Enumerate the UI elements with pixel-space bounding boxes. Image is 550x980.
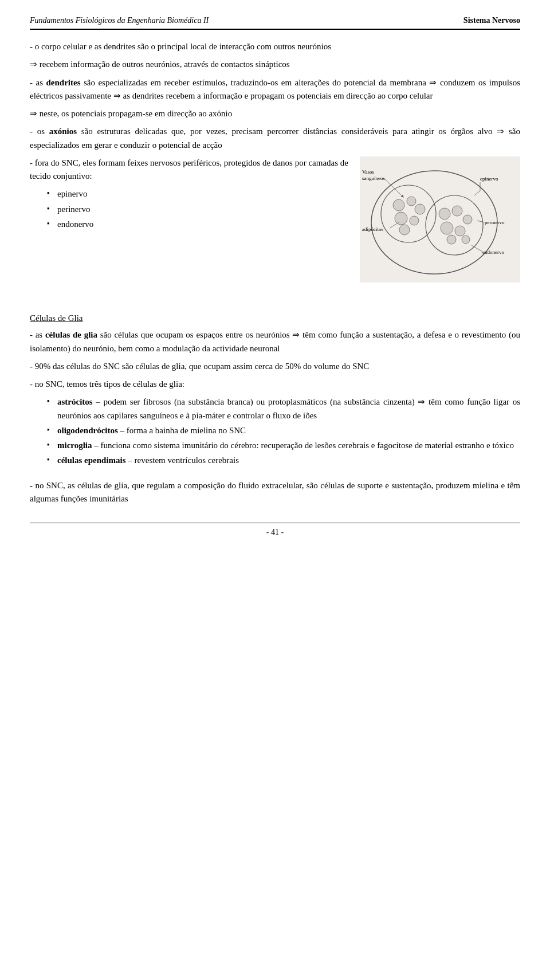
header-left: Fundamentos Fisiológicos da Engenharia B… [30, 16, 209, 25]
svg-point-11 [452, 206, 462, 216]
astrocitos-bold: astrócitos [57, 397, 93, 406]
microglia-bold: microglia [57, 441, 92, 450]
svg-text:perinervo: perinervo [485, 219, 505, 225]
celulas-para-2: - 90% das células do SNC são células de … [30, 360, 520, 373]
celulas-glia-title: Células de Glia [30, 312, 520, 325]
svg-point-16 [462, 236, 470, 244]
svg-text:adipócitos: adipócitos [362, 226, 383, 232]
para-4: ⇒ neste, os potenciais propagam-se em di… [30, 107, 520, 120]
para-6: - fora do SNC, eles formam feixes nervos… [30, 156, 348, 183]
svg-point-6 [415, 204, 425, 214]
final-para: - no SNC, as células de glia, que regula… [30, 479, 520, 506]
list-item-perinervo: perinervo [47, 203, 348, 216]
oligodendrocitos-bold: oligodendrócitos [57, 426, 118, 435]
svg-point-4 [393, 199, 404, 211]
svg-text:endonervo: endonervo [482, 249, 504, 255]
svg-text:epinervo: epinervo [480, 176, 498, 182]
para-5: - os axónios são estruturas delicadas qu… [30, 125, 520, 152]
image-text-block: - fora do SNC, eles formam feixes nervos… [30, 156, 520, 287]
page-number: - 41 - [266, 528, 284, 536]
page-footer: - 41 - [30, 523, 520, 537]
svg-point-5 [407, 197, 416, 206]
svg-point-14 [455, 226, 465, 236]
svg-point-8 [410, 216, 419, 225]
celulas-para-3: - no SNC, temos três tipos de células de… [30, 378, 520, 391]
svg-text:Vasos: Vasos [362, 169, 374, 175]
celulas-ependimais-bold: células ependimais [57, 456, 126, 465]
svg-text:sanguíneos: sanguíneos [362, 175, 385, 181]
list-item-epinervo: epinervo [47, 187, 348, 201]
celulas-glia-bold: células de glia [45, 330, 97, 339]
list-item-endonervo: endonervo [47, 218, 348, 231]
para-2: ⇒ recebem informação de outros neurónios… [30, 58, 520, 71]
svg-point-13 [441, 222, 453, 234]
page-header: Fundamentos Fisiológicos da Engenharia B… [30, 16, 520, 30]
glia-astrocitos: astrócitos – podem ser fibrosos (na subs… [47, 395, 520, 422]
glia-types-list: astrócitos – podem ser fibrosos (na subs… [47, 395, 520, 467]
svg-point-10 [439, 208, 450, 219]
glia-microglia: microglia – funciona como sistema imunit… [47, 439, 520, 452]
dendrites-bold: dendrites [46, 78, 80, 87]
glia-oligodendrocitos: oligodendrócitos – forma a bainha de mie… [47, 424, 520, 437]
svg-point-9 [399, 225, 410, 235]
nerve-diagram-svg: Vasos sanguíneos adipócitos epinervo per… [360, 156, 520, 283]
glia-ependimais: células ependimais – revestem ventrículo… [47, 454, 520, 467]
para-1: - o corpo celular e as dendrites são o p… [30, 40, 520, 53]
svg-point-7 [395, 212, 407, 225]
page: Fundamentos Fisiológicos da Engenharia B… [0, 0, 550, 980]
bullet-list: epinervo perinervo endonervo [47, 187, 348, 231]
celulas-para-1: - as células de glia são células que ocu… [30, 328, 520, 355]
para-3: - as dendrites são especializadas em rec… [30, 76, 520, 103]
svg-point-15 [447, 235, 456, 244]
text-col: - fora do SNC, eles formam feixes nervos… [30, 156, 348, 233]
svg-point-12 [463, 215, 472, 224]
main-content: - o corpo celular e as dendrites são o p… [30, 40, 520, 505]
axonios-bold: axónios [49, 127, 77, 136]
nerve-diagram-container: Vasos sanguíneos adipócitos epinervo per… [360, 156, 520, 287]
header-right: Sistema Nervoso [463, 16, 520, 25]
